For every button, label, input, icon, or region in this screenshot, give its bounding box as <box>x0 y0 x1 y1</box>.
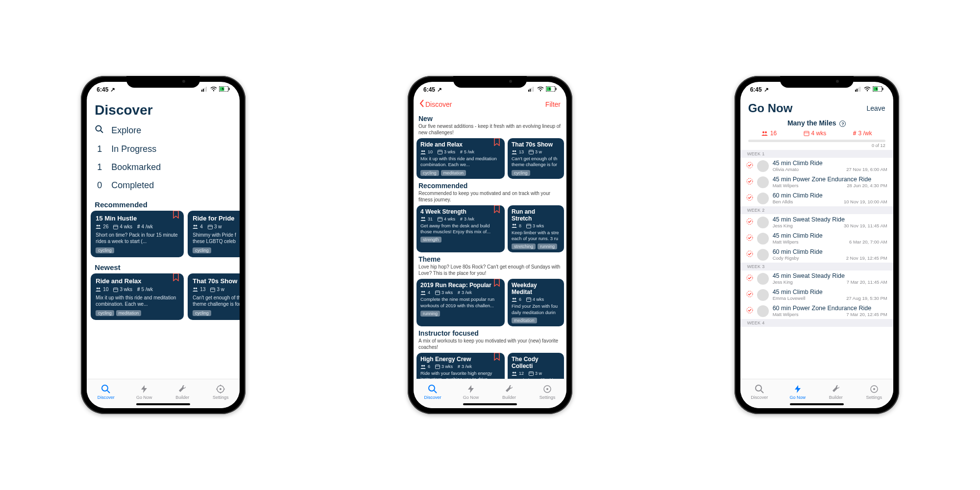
battery-icon <box>546 86 557 93</box>
card-row[interactable]: Ride and Relax 10 3 wks# 5 /wk Mix it up… <box>414 138 566 179</box>
bookmark-icon[interactable] <box>494 353 500 363</box>
check-icon[interactable] <box>746 291 753 299</box>
instructor-avatar <box>757 249 769 261</box>
section-recommended-title: Recommended <box>87 195 240 211</box>
svg-point-54 <box>513 224 514 226</box>
challenge-card[interactable]: 2019 Run Recap: Popular 4 3 wks# 3 /wk C… <box>416 279 505 326</box>
svg-rect-80 <box>858 88 859 92</box>
nav-in-progress[interactable]: 1 In Progress <box>95 140 232 158</box>
freq-icon: # 4 /wk <box>137 224 153 229</box>
bookmark-icon[interactable] <box>173 273 179 283</box>
nav-bookmarked[interactable]: 1 Bookmarked <box>95 158 232 176</box>
challenge-card[interactable]: Ride and Relax 10 3 wks# 5 /wk Mix it up… <box>91 273 184 320</box>
page-header: Go Now Leave <box>740 98 893 116</box>
notch <box>453 76 527 88</box>
svg-rect-56 <box>527 224 531 228</box>
card-row[interactable]: High Energy Crew 6 3 wks# 3 /wk Ride wit… <box>414 353 566 379</box>
instructor-avatar <box>757 289 769 301</box>
tab-discover[interactable]: Discover <box>740 379 779 404</box>
svg-line-100 <box>761 391 763 393</box>
workout-row[interactable]: 45 min Power Zone Endurance Ride Matt Wi… <box>740 174 893 190</box>
check-icon[interactable] <box>746 194 753 202</box>
challenge-card[interactable]: Weekday Meditat 6 4 wks Find your Zen wi… <box>508 279 564 326</box>
calendar-icon: 4 wks <box>526 297 544 302</box>
tab-label: Discover <box>751 395 768 400</box>
workout-time: 27 Nov 19, 6:00 AM <box>846 167 887 172</box>
workout-row[interactable]: 45 min Climb Ride Emma Lovewell 27 Aug 1… <box>740 287 893 303</box>
workout-time: 30 Nov 19, 11:45 AM <box>844 223 887 228</box>
tab-settings[interactable]: Settings <box>528 379 566 404</box>
challenge-card[interactable]: That 70s Show 13 3 w Can't get enough of… <box>188 273 240 320</box>
bookmark-icon[interactable] <box>173 211 179 220</box>
instructor-name: Cody Rigsby <box>773 255 799 261</box>
filter-button[interactable]: Filter <box>545 100 561 108</box>
workout-row[interactable]: 60 min Power Zone Endurance Ride Matt Wi… <box>740 303 893 319</box>
calendar-icon: 3 wks <box>113 287 132 292</box>
tab-builder[interactable]: Builder <box>817 379 855 404</box>
workout-row[interactable]: 45 min Sweat Steady Ride Jess King 30 No… <box>740 214 893 230</box>
challenge-card[interactable]: That 70s Show 13 3 w Can't get enough of… <box>508 138 564 179</box>
nav-explore[interactable]: Explore <box>95 121 232 140</box>
home-indicator[interactable] <box>790 403 844 405</box>
card-row[interactable]: 2019 Run Recap: Popular 4 3 wks# 3 /wk C… <box>414 279 566 326</box>
tab-builder[interactable]: Builder <box>163 379 201 404</box>
check-icon[interactable] <box>746 274 753 283</box>
workout-title: 60 min Climb Ride <box>773 192 887 199</box>
tab-discover[interactable]: Discover <box>414 379 452 404</box>
check-icon[interactable] <box>746 234 753 243</box>
content-3[interactable]: WEEK 1 45 min Climb Ride Olivia Amato 27… <box>740 150 893 379</box>
workout-row[interactable]: 45 min Climb Ride Matt Wilpers 6 Mar 20,… <box>740 230 893 246</box>
location-icon: ↗ <box>110 86 115 93</box>
svg-point-59 <box>423 291 425 293</box>
freq-icon: # 3 /wk <box>458 290 472 295</box>
back-button[interactable]: Discover <box>419 99 452 109</box>
workout-row[interactable]: 60 min Climb Ride Cody Rigsby 2 Nov 19, … <box>740 246 893 263</box>
card-tags: cyclingmeditation <box>96 310 179 316</box>
nav-label: Bookmarked <box>111 162 161 172</box>
page-title: Go Now <box>748 101 793 115</box>
nav-bar: Discover Filter <box>414 98 566 112</box>
check-icon[interactable] <box>746 162 753 170</box>
challenge-card[interactable]: 15 Min Hustle 26 4 wks# 4 /wk Short on t… <box>91 211 184 257</box>
bookmark-icon[interactable] <box>494 205 500 215</box>
instructor-name: Jess King <box>773 223 793 228</box>
tab-go-now[interactable]: Go Now <box>125 379 163 404</box>
tab-go-now[interactable]: Go Now <box>779 379 817 404</box>
check-icon[interactable] <box>746 250 753 259</box>
calendar-icon: 3 wks <box>438 149 455 154</box>
tab-go-now[interactable]: Go Now <box>452 379 490 404</box>
leave-button[interactable]: Leave <box>866 104 885 112</box>
tab-label: Settings <box>213 395 229 400</box>
tab-discover[interactable]: Discover <box>87 379 125 404</box>
workout-row[interactable]: 60 min Climb Ride Ben Alldis 10 Nov 19, … <box>740 190 893 206</box>
nav-count: 1 <box>95 144 104 154</box>
newest-row[interactable]: Ride and Relax 10 3 wks# 5 /wk Mix it up… <box>87 273 240 320</box>
tab-builder[interactable]: Builder <box>490 379 528 404</box>
people-icon: 31 <box>420 217 433 221</box>
challenge-card[interactable]: The Cody Collecti 12 3 w Love being upli… <box>508 353 564 379</box>
calendar-icon: 3 wks <box>435 364 453 369</box>
home-indicator[interactable] <box>136 403 190 405</box>
challenge-card[interactable]: Ride for Pride 4 3 w Shimmy with Pride f… <box>188 211 240 257</box>
help-icon[interactable]: ? <box>839 121 846 127</box>
challenge-card[interactable]: High Energy Crew 6 3 wks# 3 /wk Ride wit… <box>416 353 505 379</box>
check-icon[interactable] <box>746 178 753 186</box>
challenge-card[interactable]: 4 Week Strength 31 4 wks# 3 /wk Get away… <box>416 205 505 253</box>
workout-row[interactable]: 45 min Climb Ride Olivia Amato 27 Nov 19… <box>740 158 893 174</box>
challenge-card[interactable]: Ride and Relax 10 3 wks# 5 /wk Mix it up… <box>416 138 505 179</box>
nav-completed[interactable]: 0 Completed <box>95 176 232 195</box>
svg-point-50 <box>421 217 423 219</box>
home-indicator[interactable] <box>463 403 517 405</box>
bookmark-icon[interactable] <box>494 138 500 148</box>
card-row[interactable]: 4 Week Strength 31 4 wks# 3 /wk Get away… <box>414 205 566 253</box>
recommended-row[interactable]: 15 Min Hustle 26 4 wks# 4 /wk Short on t… <box>87 211 240 257</box>
svg-point-55 <box>514 224 516 226</box>
check-icon[interactable] <box>746 218 753 226</box>
tab-settings[interactable]: Settings <box>855 379 893 404</box>
challenge-card[interactable]: Run and Stretch 8 3 wks Keep limber with… <box>508 205 564 253</box>
check-icon[interactable] <box>746 307 753 315</box>
tab-settings[interactable]: Settings <box>201 379 240 404</box>
bookmark-icon[interactable] <box>494 279 500 289</box>
workout-row[interactable]: 45 min Sweat Steady Ride Jess King 7 Mar… <box>740 270 893 287</box>
page-title: Discover <box>87 98 240 121</box>
